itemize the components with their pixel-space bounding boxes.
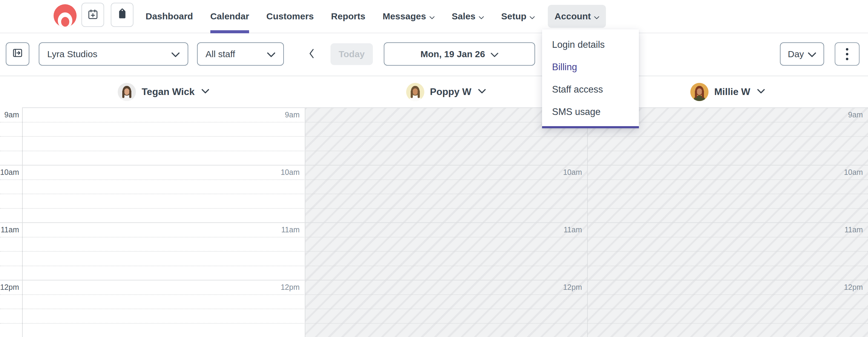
time-label: 11am bbox=[0, 225, 19, 234]
time-label: 12pm bbox=[0, 283, 19, 292]
nav-item-label: Reports bbox=[331, 11, 365, 22]
nav-item-label: Customers bbox=[266, 11, 314, 22]
quarter-hour-line bbox=[0, 208, 868, 209]
staff-avatar bbox=[406, 83, 424, 101]
nav-item-label: Calendar bbox=[210, 11, 249, 22]
tag-icon bbox=[117, 9, 128, 21]
hour-line bbox=[0, 222, 868, 223]
nav-item-customers[interactable]: Customers bbox=[266, 0, 314, 33]
calendar-grid: 9am9am9am9am10am10am10am10am11am11am11am… bbox=[0, 107, 868, 337]
hour-line bbox=[22, 107, 868, 108]
quarter-hour-line bbox=[0, 266, 868, 266]
staff-name: Poppy W bbox=[430, 86, 471, 97]
timely-logo-cutout bbox=[58, 12, 72, 27]
nav-item-reports[interactable]: Reports bbox=[331, 0, 365, 33]
time-label: 10am bbox=[0, 168, 19, 177]
time-label: 9am bbox=[0, 110, 19, 119]
quarter-hour-line bbox=[0, 251, 868, 252]
date-picker-button[interactable]: Mon, 19 Jan 26 bbox=[384, 42, 535, 66]
staff-filter-select[interactable]: All staff bbox=[197, 42, 284, 66]
staff-name: Millie W bbox=[714, 86, 750, 97]
hour-line bbox=[0, 165, 868, 166]
calendar-add-icon bbox=[87, 9, 99, 21]
chevron-down-icon bbox=[479, 11, 484, 22]
timely-logo-dot bbox=[61, 17, 69, 27]
kebab-icon bbox=[846, 48, 848, 50]
new-booking-button[interactable] bbox=[82, 3, 104, 27]
nav-item-label: Messages bbox=[382, 11, 426, 22]
chevron-down-icon bbox=[478, 89, 486, 95]
menu-item-billing[interactable]: Billing bbox=[542, 56, 639, 78]
timely-app: DashboardCalendarCustomersReportsMessage… bbox=[0, 0, 868, 337]
location-select-value: Lyra Studios bbox=[47, 49, 97, 59]
more-options-button[interactable] bbox=[835, 42, 860, 66]
collapse-panel-button[interactable] bbox=[6, 42, 29, 66]
chevron-down-icon bbox=[808, 49, 816, 59]
nav-item-label: Sales bbox=[452, 11, 475, 22]
nav-item-setup[interactable]: Setup bbox=[501, 0, 535, 33]
quarter-hour-line bbox=[0, 294, 868, 295]
sale-tag-button[interactable] bbox=[111, 3, 133, 27]
staff-avatar bbox=[690, 83, 709, 101]
today-button[interactable]: Today bbox=[331, 43, 373, 65]
staff-filter-value: All staff bbox=[206, 49, 235, 59]
chevron-down-icon bbox=[267, 49, 275, 59]
timely-logo-icon[interactable] bbox=[54, 4, 76, 27]
location-select[interactable]: Lyra Studios bbox=[39, 42, 188, 66]
staff-header-row: Tegan Wick Poppy W Millie W bbox=[0, 76, 868, 107]
date-label: Mon, 19 Jan 26 bbox=[421, 49, 485, 59]
menu-item-login-details[interactable]: Login details bbox=[542, 34, 639, 56]
nav-item-label: Dashboard bbox=[146, 11, 193, 22]
staff-name: Tegan Wick bbox=[142, 86, 195, 97]
staff-column-header-tegan-wick[interactable]: Tegan Wick bbox=[22, 76, 305, 107]
nav-item-account[interactable]: Account bbox=[548, 5, 606, 28]
collapse-panel-icon bbox=[12, 47, 23, 61]
quarter-hour-line bbox=[0, 136, 868, 137]
quarter-hour-line bbox=[0, 237, 868, 237]
staff-avatar bbox=[118, 83, 136, 101]
nav-item-label: Account bbox=[554, 11, 591, 22]
hour-line bbox=[0, 280, 868, 280]
chevron-down-icon bbox=[430, 11, 435, 22]
account-dropdown-menu: Login detailsBillingStaff accessSMS usag… bbox=[542, 29, 639, 128]
chevron-down-icon bbox=[594, 11, 599, 22]
chevron-down-icon bbox=[491, 49, 498, 59]
nav-item-dashboard[interactable]: Dashboard bbox=[146, 0, 193, 33]
nav-item-calendar[interactable]: Calendar bbox=[210, 0, 249, 33]
chevron-left-icon bbox=[309, 49, 314, 59]
menu-item-staff-access[interactable]: Staff access bbox=[542, 78, 639, 101]
primary-nav: DashboardCalendarCustomersReportsMessage… bbox=[146, 0, 606, 33]
quarter-hour-line bbox=[0, 323, 868, 324]
chevron-down-icon bbox=[202, 89, 209, 95]
nav-item-sales[interactable]: Sales bbox=[452, 0, 484, 33]
quarter-hour-line bbox=[0, 179, 868, 180]
previous-day-button[interactable] bbox=[305, 42, 318, 66]
chevron-down-icon bbox=[171, 49, 180, 59]
chevron-down-icon bbox=[757, 89, 765, 95]
view-mode-value: Day bbox=[788, 49, 804, 59]
nav-item-label: Setup bbox=[501, 11, 526, 22]
quarter-hour-line bbox=[0, 194, 868, 194]
quarter-hour-line bbox=[0, 122, 868, 123]
chevron-down-icon bbox=[530, 11, 535, 22]
view-mode-select[interactable]: Day bbox=[780, 42, 824, 66]
top-nav-bar: DashboardCalendarCustomersReportsMessage… bbox=[0, 0, 868, 33]
calendar-toolbar: Lyra Studios All staff Today Mon, 19 Jan… bbox=[0, 33, 868, 76]
menu-item-sms-usage[interactable]: SMS usage bbox=[542, 101, 639, 123]
nav-item-messages[interactable]: Messages bbox=[382, 0, 434, 33]
quarter-hour-line bbox=[0, 150, 868, 151]
quarter-hour-line bbox=[0, 309, 868, 309]
